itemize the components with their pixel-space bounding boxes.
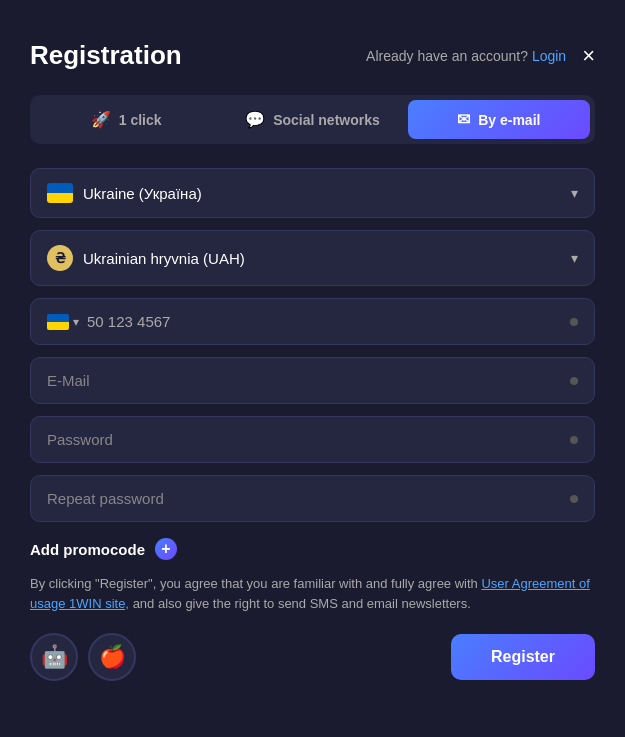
required-indicator — [570, 495, 578, 503]
country-value: Ukraine (Україна) — [83, 185, 561, 202]
ukraine-flag — [47, 183, 73, 203]
chevron-down-icon: ▾ — [571, 185, 578, 201]
country-dropdown[interactable]: Ukraine (Україна) ▾ — [30, 168, 595, 218]
page-title: Registration — [30, 40, 182, 71]
add-promocode-button[interactable]: + — [155, 538, 177, 560]
chat-icon: 💬 — [245, 110, 265, 129]
registration-tabs: 🚀 1 click 💬 Social networks ✉ By e-mail — [30, 95, 595, 144]
currency-dropdown[interactable]: ₴ Ukrainian hryvnia (UAH) ▾ — [30, 230, 595, 286]
header-right: Already have an account? Login × — [366, 43, 595, 69]
email-field-container — [30, 357, 595, 404]
add-promocode-section[interactable]: Add promocode + — [30, 538, 595, 560]
tab-1click[interactable]: 🚀 1 click — [35, 100, 217, 139]
email-icon: ✉ — [457, 110, 470, 129]
modal-header: Registration Already have an account? Lo… — [30, 40, 595, 71]
phone-country-selector[interactable]: ▾ — [47, 314, 79, 330]
email-input[interactable] — [47, 372, 562, 389]
currency-group: ₴ Ukrainian hryvnia (UAH) ▾ — [30, 230, 595, 286]
repeat-password-group — [30, 475, 595, 522]
add-promocode-label: Add promocode — [30, 541, 145, 558]
legal-text: By clicking "Register", you agree that y… — [30, 574, 595, 613]
country-group: Ukraine (Україна) ▾ — [30, 168, 595, 218]
apple-icon: 🍎 — [99, 644, 126, 670]
currency-value: Ukrainian hryvnia (UAH) — [83, 250, 561, 267]
password-group — [30, 416, 595, 463]
tab-social-networks[interactable]: 💬 Social networks — [221, 100, 403, 139]
phone-flag — [47, 314, 69, 330]
app-download-icons: 🤖 🍎 — [30, 633, 136, 681]
required-indicator — [570, 436, 578, 444]
register-button[interactable]: Register — [451, 634, 595, 680]
already-text: Already have an account? Login — [366, 48, 566, 64]
phone-field-container: ▾ — [30, 298, 595, 345]
phone-chevron-icon: ▾ — [73, 315, 79, 329]
android-icon: 🤖 — [41, 644, 68, 670]
required-indicator — [570, 377, 578, 385]
ios-download-button[interactable]: 🍎 — [88, 633, 136, 681]
phone-group: ▾ — [30, 298, 595, 345]
phone-input[interactable] — [87, 313, 562, 330]
registration-modal: Registration Already have an account? Lo… — [0, 0, 625, 737]
footer: 🤖 🍎 Register — [30, 633, 595, 681]
email-group — [30, 357, 595, 404]
repeat-password-input[interactable] — [47, 490, 562, 507]
password-field-container — [30, 416, 595, 463]
close-button[interactable]: × — [582, 43, 595, 69]
rocket-icon: 🚀 — [91, 110, 111, 129]
password-input[interactable] — [47, 431, 562, 448]
login-link[interactable]: Login — [532, 48, 566, 64]
repeat-password-field-container — [30, 475, 595, 522]
android-download-button[interactable]: 🤖 — [30, 633, 78, 681]
chevron-down-icon: ▾ — [571, 250, 578, 266]
required-indicator — [570, 318, 578, 326]
currency-icon: ₴ — [47, 245, 73, 271]
tab-by-email[interactable]: ✉ By e-mail — [408, 100, 590, 139]
